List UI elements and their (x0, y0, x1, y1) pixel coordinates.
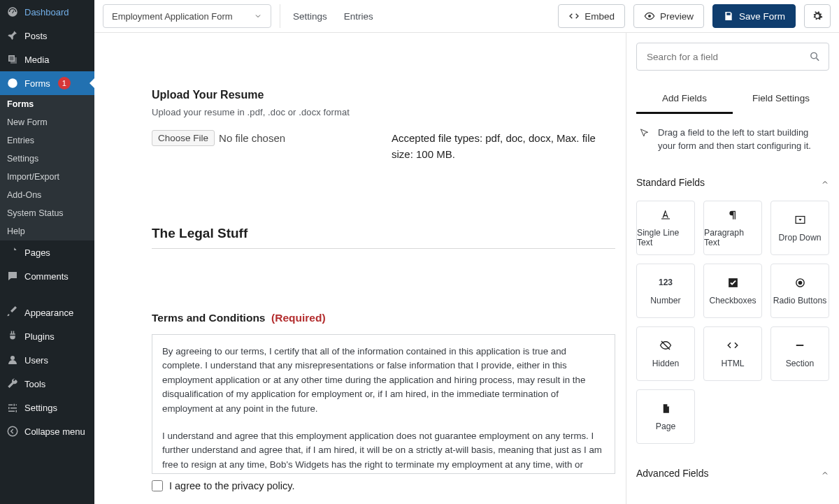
group-advanced-fields[interactable]: Advanced Fields (636, 461, 829, 486)
code-icon (568, 10, 580, 22)
field-number[interactable]: 123 Number (636, 264, 695, 318)
sub-add-ons[interactable]: Add-Ons (0, 186, 94, 204)
pushpin-icon (6, 29, 20, 43)
sidebar-item-plugins[interactable]: Plugins (0, 324, 94, 348)
sidebar-item-collapse[interactable]: Collapse menu (0, 419, 94, 443)
sub-settings[interactable]: Settings (0, 150, 94, 168)
field-tabs: Add Fields Field Settings (636, 85, 829, 114)
svg-point-3 (648, 15, 651, 17)
sidebar-item-comments[interactable]: Comments (0, 264, 94, 288)
file-upload-input[interactable]: Choose File No file chosen (152, 130, 285, 146)
sub-help[interactable]: Help (0, 222, 94, 240)
group-standard-fields[interactable]: Standard Fields (636, 170, 829, 195)
brush-icon (6, 305, 20, 319)
sub-system-status[interactable]: System Status (0, 204, 94, 222)
top-link-settings[interactable]: Settings (289, 11, 331, 22)
wrench-icon (6, 377, 20, 391)
plug-icon (6, 329, 20, 343)
admin-sidebar: Dashboard Posts Media Forms 1 Forms New … (0, 0, 94, 504)
fields-panel: Add Fields Field Settings Drag a field t… (626, 33, 839, 504)
sidebar-item-settings[interactable]: Settings (0, 396, 94, 419)
field-page[interactable]: Page (636, 389, 695, 444)
field-search-input[interactable] (636, 43, 829, 71)
chevron-up-icon (821, 178, 829, 187)
field-grid: Single Line Text Paragraph Text Drop Dow… (636, 195, 829, 461)
gauge-icon (6, 5, 20, 19)
tab-field-settings[interactable]: Field Settings (733, 85, 829, 114)
gear-icon (812, 10, 823, 22)
sidebar-item-posts[interactable]: Posts (0, 24, 94, 48)
sliders-icon (6, 401, 20, 415)
sub-entries[interactable]: Entries (0, 131, 94, 150)
field-search (636, 43, 829, 71)
collapse-icon (6, 424, 20, 438)
sidebar-item-dashboard[interactable]: Dashboard (0, 0, 94, 24)
field-resume-title: Upload Your Resume (152, 89, 615, 101)
sidebar-item-pages[interactable]: Pages (0, 240, 94, 264)
field-single-line-text[interactable]: Single Line Text (636, 201, 695, 255)
field-resume-desc: Upload your resume in .pdf, .doc or .doc… (152, 107, 615, 117)
preview-button[interactable]: Preview (633, 4, 704, 28)
save-icon (723, 10, 734, 22)
cursor-icon (639, 127, 650, 153)
hidden-icon (659, 338, 673, 352)
dropdown-icon (793, 213, 807, 226)
sidebar-item-users[interactable]: Users (0, 348, 94, 372)
main-column: Employment Application Form Settings Ent… (94, 0, 839, 504)
section-heading: The Legal Stuff (152, 226, 615, 249)
svg-point-0 (8, 78, 17, 88)
svg-point-2 (8, 426, 17, 436)
save-form-button[interactable]: Save Form (712, 4, 796, 28)
sidebar-item-tools[interactable]: Tools (0, 372, 94, 396)
topbar: Employment Application Form Settings Ent… (94, 0, 839, 33)
tab-add-fields[interactable]: Add Fields (636, 85, 733, 114)
checkbox-icon (726, 275, 740, 289)
terms-textbox[interactable]: By agreeing to our terms, I certify that… (152, 334, 615, 474)
forms-submenu: Forms New Form Entries Settings Import/E… (0, 95, 94, 240)
radio-icon (793, 275, 807, 289)
text-icon (659, 208, 673, 222)
choose-file-button[interactable]: Choose File (152, 130, 215, 146)
field-dropdown[interactable]: Drop Down (770, 201, 829, 255)
svg-point-4 (811, 52, 817, 58)
form-switcher-dropdown[interactable]: Employment Application Form (103, 4, 271, 28)
pages-icon (6, 245, 20, 259)
top-link-entries[interactable]: Entries (340, 11, 378, 22)
agree-checkbox[interactable] (152, 480, 163, 491)
accepted-types-text: Accepted file types: pdf, doc, docx, Max… (392, 130, 615, 163)
terms-label: Terms and Conditions (Required) (152, 312, 615, 324)
sub-new-form[interactable]: New Form (0, 113, 94, 131)
field-paragraph-text[interactable]: Paragraph Text (703, 201, 762, 255)
chevron-up-icon (821, 469, 829, 477)
required-indicator: (Required) (271, 312, 326, 324)
svg-point-1 (10, 356, 15, 360)
field-radio[interactable]: Radio Buttons (770, 264, 829, 318)
forms-icon (6, 76, 20, 90)
sidebar-item-forms[interactable]: Forms 1 (0, 71, 94, 95)
svg-point-8 (798, 280, 802, 285)
form-settings-button[interactable] (804, 4, 831, 28)
form-editor-canvas[interactable]: Upload Your Resume Upload your resume in… (94, 33, 626, 504)
user-icon (6, 353, 20, 367)
number-icon: 123 (659, 275, 673, 289)
search-icon (809, 51, 821, 63)
media-icon (6, 52, 20, 66)
field-hidden[interactable]: Hidden (636, 326, 695, 381)
no-file-text: No file chosen (219, 132, 285, 144)
sub-forms[interactable]: Forms (0, 95, 94, 113)
paragraph-icon (726, 208, 740, 222)
chevron-down-icon (254, 12, 262, 20)
agree-checkbox-row[interactable]: I agree to the privacy policy. (152, 480, 615, 491)
section-icon (793, 338, 807, 352)
field-html[interactable]: HTML (703, 326, 762, 381)
field-section[interactable]: Section (770, 326, 829, 381)
embed-button[interactable]: Embed (558, 4, 625, 28)
forms-badge: 1 (58, 77, 71, 89)
sub-import-export[interactable]: Import/Export (0, 168, 94, 186)
sidebar-item-media[interactable]: Media (0, 48, 94, 71)
page-icon (659, 401, 673, 415)
comment-icon (6, 269, 20, 283)
sidebar-item-appearance[interactable]: Appearance (0, 301, 94, 324)
drag-hint: Drag a field to the left to start buildi… (636, 114, 829, 170)
field-checkboxes[interactable]: Checkboxes (703, 264, 762, 318)
